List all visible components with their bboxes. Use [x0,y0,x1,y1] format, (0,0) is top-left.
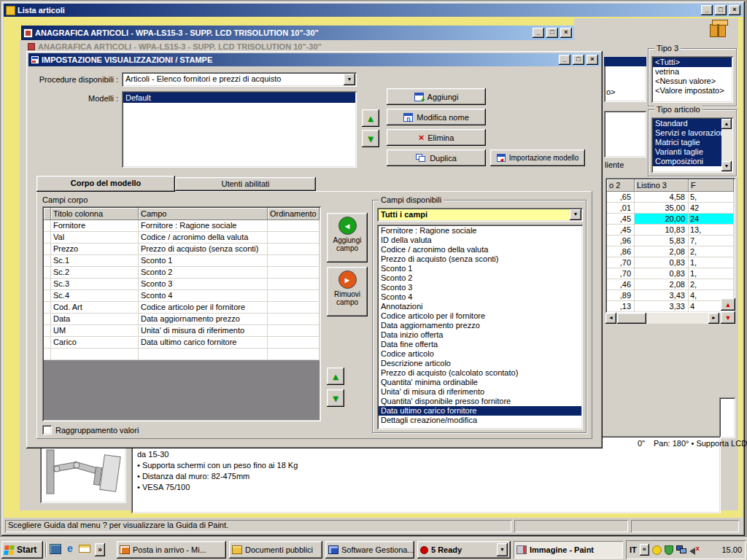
taskbar-task-posta[interactable]: Posta in arrivo - Mi... [117,541,226,559]
list-item[interactable]: <Tutti> [653,58,732,67]
list-item-selected[interactable]: Data ultimo carico fornitore [379,406,581,416]
model-move-down-button[interactable]: ▼ [362,130,379,147]
list-item[interactable]: Fornitore : Ragione sociale [379,226,581,236]
table-row[interactable]: Sc.2Sconto 2 [44,267,320,279]
list-item[interactable]: Dettagli creazione/modifica [379,416,581,425]
elimina-button[interactable]: × Elimina [387,129,486,146]
list-item[interactable]: Varianti taglie [653,147,721,157]
campi-disponibili-listbox[interactable]: Fornitore : Ragione sociale ID della val… [377,225,583,429]
shield-icon[interactable] [665,545,673,555]
column-header[interactable]: o 2 [607,179,635,192]
table-row[interactable]: ,893,434, [607,290,734,301]
volume-muted-icon[interactable]: x [689,545,700,555]
scroll-left-button[interactable]: ◄ [605,313,616,324]
list-item[interactable]: vetrina [653,67,732,77]
table-row[interactable]: ,965,837, [607,236,734,246]
column-header[interactable]: Campo [139,208,268,220]
mail-launch-icon[interactable] [79,545,90,553]
procedure-combobox[interactable]: Articoli - Elenco fornitori e prezzi di … [122,72,357,87]
scroll-up-button[interactable]: ▲ [721,119,732,129]
messenger-icon[interactable] [652,545,662,555]
list-item[interactable]: Prezzo di acquisto (calcolato scontato) [379,368,581,378]
list-item[interactable]: Quantita' disponibile presso fornitore [379,397,581,406]
table-row[interactable]: DataData aggiornamento prezzo [44,314,320,325]
list-item[interactable]: Prezzo di acquisto (senza sconti) [379,254,581,264]
table-row[interactable]: ,862,082, [607,246,734,257]
list-item[interactable]: <Nessun valore> [653,77,732,86]
column-header[interactable]: Listino 3 [635,179,689,192]
list-item[interactable]: Codice / acronimo della valuta [379,245,581,254]
list-item[interactable]: ID della valuta [379,236,581,245]
anagrafica-maximize-button[interactable]: □ [546,28,558,38]
network-icon[interactable] [676,545,686,554]
list-item[interactable]: Composizioni [653,157,721,166]
rimuovi-campo-button[interactable]: ► Rimuovi campo [327,267,368,316]
campi-filter-dropdown-icon[interactable]: ▼ [570,209,581,220]
anagrafica-minimize-button[interactable]: _ [533,28,544,38]
nav-down-button[interactable]: ▼ [721,311,735,324]
aggiungi-campo-button[interactable]: ◄ Aggiungi campo [327,213,368,262]
table-row[interactable]: Sc.3Sconto 3 [44,279,320,290]
anagrafica-titlebar[interactable]: ANAGRAFICA ARTICOLI - WPA-LS15-3 - SUPP.… [21,26,574,40]
dialog-close-button[interactable]: × [587,55,598,65]
list-item[interactable]: Standard [653,119,721,128]
dialog-titlebar[interactable]: IMPOSTAZIONE VISUALIZZAZIONI / STAMPE _ … [28,53,600,66]
list-item[interactable]: Codice articolo [379,349,581,359]
list-item[interactable]: Sconto 3 [379,283,581,292]
list-item[interactable]: Data inizio offerta [379,330,581,340]
taskbar-task-documenti[interactable]: Documenti pubblici [229,541,322,559]
table-row[interactable]: ,654,585, [607,192,734,203]
table-row[interactable]: Sc.1Sconto 1 [44,255,320,267]
dialog-minimize-button[interactable]: _ [559,55,570,65]
model-move-up-button[interactable]: ▲ [362,109,379,127]
list-item[interactable]: Data aggiornamento prezzo [379,321,581,330]
show-desktop-icon[interactable] [50,544,61,554]
close-button[interactable]: × [729,5,740,15]
tipo-articolo-listbox[interactable]: Standard Servizi e lavorazioni Matrici t… [651,117,733,173]
campi-filter-combobox[interactable]: Tutti i campi ▼ [377,208,583,222]
modelli-listbox[interactable]: Default [122,91,357,168]
scrollbar-track[interactable] [721,129,732,161]
list-item[interactable]: Unita' di misura di riferimento [379,387,581,397]
field-move-up-button[interactable]: ▲ [327,368,344,385]
list-item[interactable]: Servizi e lavorazioni [653,128,721,138]
listini-hscrollbar[interactable]: ◄ ► [605,313,719,324]
column-header[interactable]: Ordinamento [268,208,320,220]
dialog-maximize-button[interactable]: □ [573,55,584,65]
list-item[interactable]: Default [123,93,355,103]
quick-launch-chevron-icon[interactable]: » [95,543,105,556]
scroll-down-button[interactable]: ▼ [721,161,732,171]
taskbar-task-gestionale[interactable]: Software Gestiona... [325,541,414,559]
table-row[interactable]: FornitoreFornitore : Ragione sociale [44,220,320,232]
list-item[interactable]: Descrizione articolo [379,359,581,368]
start-button[interactable]: Start [1,541,43,559]
table-row[interactable]: ,700,831, [607,257,734,268]
list-item[interactable]: Annotazioni [379,302,581,311]
table-row[interactable]: ,133,334 [607,301,734,311]
importazione-modello-button[interactable]: ◄ Importazione modello [490,149,585,166]
list-item[interactable]: Sconto 4 [379,292,581,302]
list-item[interactable]: <Valore impostato> [653,86,732,96]
modifica-nome-button[interactable]: n Modifica nome [387,109,486,125]
field-move-down-button[interactable]: ▼ [327,389,344,407]
table-row[interactable] [44,349,320,360]
list-item[interactable] [604,57,646,66]
taskbar-task-paint[interactable]: Immagine - Paint [514,541,623,559]
anagrafica-close-button[interactable]: × [560,28,572,38]
table-row[interactable]: PrezzoPrezzo di acquisto (senza sconti) [44,244,320,255]
list-item[interactable]: Sconto 2 [379,273,581,283]
ready-dropdown-icon[interactable]: ▼ [497,543,508,556]
table-row[interactable]: ,462,082, [607,279,734,290]
table-row[interactable]: Cod. ArtCodice articolo per il fornitore [44,302,320,314]
tray-clock[interactable]: 15.00 [721,545,742,554]
list-item-fragment[interactable]: o> [604,88,618,97]
list-item[interactable]: Matrici taglie [653,138,721,147]
tray-chevron-icon[interactable]: « [640,544,649,556]
column-header[interactable]: Titolo colonna [51,208,139,220]
minimize-button[interactable]: _ [701,5,713,15]
ready-dropdown[interactable]: 5 Ready ▼ [417,541,511,559]
aggiungi-button[interactable]: + Aggiungi [387,88,486,105]
language-indicator[interactable]: IT [630,545,637,554]
lista-titlebar[interactable]: Lista articoli _ □ × [4,4,743,17]
table-row[interactable]: ,0135,0042 [607,203,734,214]
